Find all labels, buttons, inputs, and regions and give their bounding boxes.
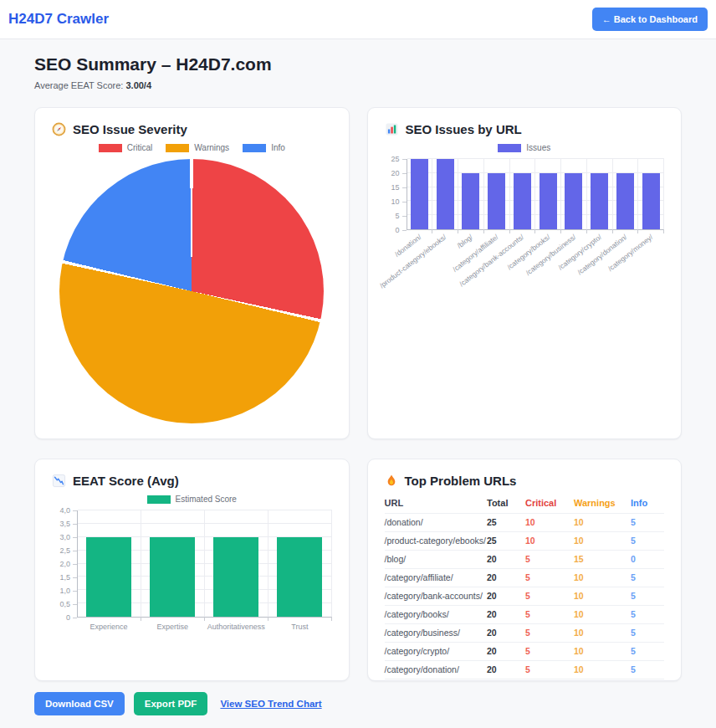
bar-slot <box>484 159 510 229</box>
column-header-warnings: Warnings <box>574 495 631 514</box>
legend-swatch <box>243 144 266 152</box>
eeat-score-value: 3.00/4 <box>125 80 151 90</box>
legend-label: Warnings <box>194 143 229 152</box>
x-tick-label: /category/money/ <box>606 233 655 273</box>
table-row: /category/money/205105 <box>385 679 665 682</box>
issues-bar[interactable] <box>437 159 454 229</box>
y-tick-label: 2,5 <box>59 546 77 555</box>
issues-legend: Issues <box>385 143 665 152</box>
legend-label: Issues <box>526 143 550 152</box>
issues-bar[interactable] <box>488 173 505 229</box>
cell-url: /category/books/ <box>385 606 488 624</box>
legend-item-warnings[interactable]: Warnings <box>166 143 229 152</box>
issues-bar[interactable] <box>540 173 557 229</box>
card-title-top-urls: Top Problem URLs <box>385 474 665 488</box>
cell-total: 20 <box>487 606 525 624</box>
cell-critical: 5 <box>525 624 574 643</box>
cell-critical: 5 <box>525 569 574 587</box>
legend-label: Critical <box>127 143 153 152</box>
column-header-critical: Critical <box>525 495 574 514</box>
cell-info: 5 <box>631 514 664 532</box>
y-tick-label: 5 <box>395 212 406 220</box>
legend-item-info[interactable]: Info <box>243 143 285 152</box>
cell-warnings: 10 <box>574 624 631 643</box>
chart-decreasing-icon <box>52 474 66 488</box>
bar-slot <box>141 510 205 617</box>
eeat-plot-area <box>77 510 332 618</box>
eeat-score-bar[interactable] <box>150 537 195 617</box>
issues-bar[interactable] <box>462 173 479 229</box>
eeat-score-bar[interactable] <box>277 537 322 617</box>
legend-item-critical[interactable]: Critical <box>99 143 153 152</box>
cell-url: /product-category/ebooks/ <box>385 532 488 551</box>
eeat-bar-chart[interactable]: 00,51,01,52,02,53,03,54,0 ExperienceExpe… <box>52 510 332 636</box>
card-top-problem-urls: Top Problem URLs URLTotalCriticalWarning… <box>367 459 683 681</box>
y-tick-label: 0 <box>66 613 77 622</box>
table-header: URLTotalCriticalWarningsInfo <box>385 495 665 514</box>
cell-critical: 5 <box>525 551 574 569</box>
download-csv-button[interactable]: Download CSV <box>34 692 125 715</box>
cell-warnings: 10 <box>574 569 631 587</box>
y-tick-label: 3,5 <box>59 520 77 528</box>
fire-icon <box>385 474 398 488</box>
table-row: /category/affiliate/205105 <box>385 569 665 587</box>
y-tick-label: 25 <box>391 155 406 163</box>
eeat-score-summary: Average EEAT Score: 3.00/4 <box>34 80 682 90</box>
cell-critical: 10 <box>525 514 574 532</box>
x-tick-label: Experience <box>77 618 141 636</box>
cell-total: 20 <box>487 679 525 682</box>
issues-bar[interactable] <box>411 159 428 229</box>
cell-critical: 5 <box>525 679 574 682</box>
y-tick-label: 3,0 <box>59 533 77 541</box>
bar-chart-icon <box>385 122 399 136</box>
table-row: /donation/2510105 <box>385 514 665 532</box>
cell-url: /category/affiliate/ <box>385 569 488 587</box>
issues-bar[interactable] <box>514 173 531 229</box>
cell-total: 20 <box>487 624 525 643</box>
y-tick-label: 2,0 <box>59 560 77 568</box>
eeat-legend: Estimated Score <box>52 495 332 504</box>
view-seo-trend-chart-link[interactable]: View SEO Trend Chart <box>220 699 321 709</box>
column-header-info: Info <box>631 495 664 514</box>
issues-y-axis: 0510152025 <box>385 159 407 230</box>
eeat-score-bar[interactable] <box>213 537 258 617</box>
app-header: H24D7 Crawler ← Back to Dashboard <box>0 0 716 39</box>
column-header-url: URL <box>385 495 488 514</box>
cell-critical: 10 <box>525 532 574 551</box>
legend-label: Info <box>271 143 285 152</box>
cell-info: 5 <box>631 532 664 551</box>
severity-pie-chart[interactable] <box>59 159 324 423</box>
cell-total: 20 <box>487 643 525 661</box>
cell-url: /category/crypto/ <box>385 643 488 661</box>
issues-bar[interactable] <box>591 173 608 229</box>
cell-total: 25 <box>487 514 525 532</box>
y-tick-label: 0,5 <box>59 600 77 608</box>
x-tick-label: Trust <box>268 618 331 636</box>
y-tick-label: 15 <box>391 183 406 192</box>
cell-total: 20 <box>487 661 525 679</box>
issues-bar[interactable] <box>642 173 660 229</box>
cell-warnings: 10 <box>574 643 631 661</box>
back-to-dashboard-button[interactable]: ← Back to Dashboard <box>592 8 708 31</box>
cell-info: 5 <box>631 643 664 661</box>
table-row: /category/bank-accounts/205105 <box>385 587 665 606</box>
cell-url: /category/donation/ <box>385 661 488 679</box>
top-problem-urls-table: URLTotalCriticalWarningsInfo /donation/2… <box>385 495 665 681</box>
export-pdf-button[interactable]: Export PDF <box>134 692 208 715</box>
legend-item-issues[interactable]: Issues <box>498 143 550 152</box>
cell-url: /category/bank-accounts/ <box>385 587 488 606</box>
cell-info: 5 <box>631 679 664 682</box>
issues-bar[interactable] <box>616 173 634 229</box>
issues-bar[interactable] <box>565 173 582 229</box>
cell-warnings: 10 <box>574 679 631 682</box>
eeat-score-bar[interactable] <box>86 537 131 617</box>
brand-title: H24D7 Crawler <box>8 11 109 28</box>
legend-swatch <box>498 144 521 152</box>
legend-swatch <box>166 144 189 152</box>
cell-warnings: 10 <box>574 514 631 532</box>
x-tick-label: Expertise <box>141 618 204 636</box>
compass-icon <box>52 122 66 136</box>
issues-bar-chart[interactable]: 0510152025 /donation//product-category/e… <box>385 159 665 297</box>
cell-warnings: 15 <box>574 551 631 569</box>
legend-item-estimated-score[interactable]: Estimated Score <box>147 495 237 504</box>
